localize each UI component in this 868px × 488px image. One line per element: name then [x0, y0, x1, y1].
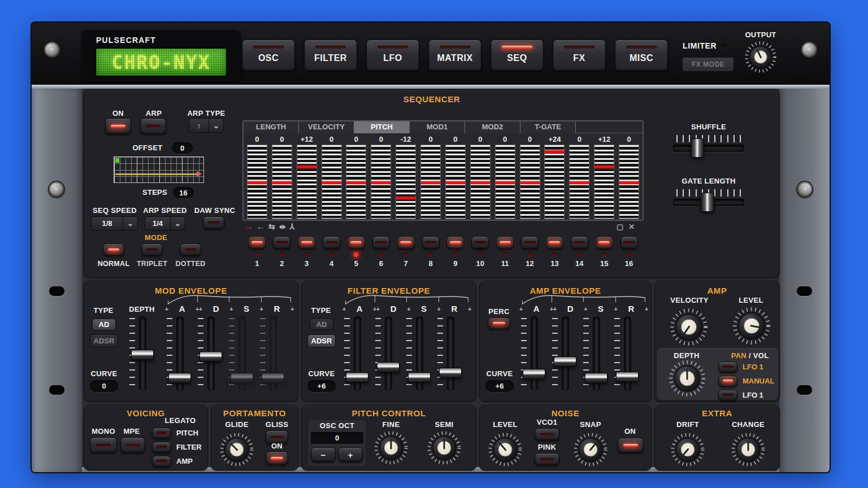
vco1-button[interactable]	[535, 428, 559, 441]
arp-type-select[interactable]: ↑ ⌄	[189, 118, 224, 133]
noise-on-button[interactable]	[618, 438, 644, 453]
pitch-column[interactable]	[495, 145, 515, 219]
tab-length[interactable]: LENGTH	[244, 121, 299, 133]
change-knob[interactable]	[730, 431, 767, 470]
offset-value[interactable]: 0	[172, 142, 193, 154]
noise-level-knob[interactable]	[487, 431, 524, 470]
slider-thumb[interactable]	[523, 369, 545, 379]
pitch-column[interactable]	[569, 145, 589, 219]
nav-button-fx[interactable]: FX	[553, 40, 606, 71]
arp-speed-select[interactable]: 1/4 ⌄	[145, 216, 185, 230]
nav-button-lfo[interactable]: LFO	[366, 40, 419, 71]
ping-pong-icon[interactable]: ⇆	[268, 223, 275, 230]
slider-thumb[interactable]	[131, 350, 154, 360]
filter-attack-slider[interactable]	[344, 316, 369, 391]
slider-thumb[interactable]	[168, 373, 191, 383]
type-adsr-button[interactable]: ADSR	[307, 334, 336, 347]
mono-button[interactable]	[90, 437, 117, 453]
type-ad-button[interactable]: AD	[310, 319, 333, 330]
amp-release-slider[interactable]	[614, 316, 639, 391]
slider-thumb[interactable]	[616, 372, 639, 382]
step-gate-button[interactable]	[596, 236, 613, 249]
type-adsr-button[interactable]: ADSR	[90, 334, 118, 347]
pitch-column[interactable]	[371, 145, 391, 219]
slider-thumb[interactable]	[439, 368, 462, 378]
pitch-column[interactable]	[470, 145, 491, 219]
filter-decay-slider[interactable]	[375, 316, 400, 391]
snap-knob[interactable]	[572, 431, 609, 470]
pitch-column[interactable]	[445, 145, 466, 219]
daw-sync-button[interactable]	[203, 216, 224, 229]
pitch-column[interactable]	[520, 145, 540, 219]
amp-decay-slider[interactable]	[552, 316, 577, 391]
pitch-column[interactable]	[619, 145, 639, 219]
level-knob[interactable]	[731, 305, 772, 349]
tab-mod1[interactable]: MOD1	[410, 121, 465, 133]
mpe-button[interactable]	[120, 437, 145, 453]
amp-sustain-slider[interactable]	[583, 316, 608, 391]
play-forward-icon[interactable]: →	[245, 223, 253, 230]
pitch-column[interactable]	[346, 145, 366, 219]
nav-button-misc[interactable]: MISC	[615, 40, 668, 71]
route-button[interactable]	[718, 361, 737, 373]
arp-button[interactable]	[140, 118, 166, 134]
play-reverse-icon[interactable]: ←	[257, 223, 264, 230]
step-gate-button[interactable]	[323, 236, 340, 249]
mode-normal-button[interactable]	[103, 243, 124, 256]
nav-button-matrix[interactable]: MATRIX	[428, 40, 481, 71]
legato-amp-button[interactable]	[152, 456, 171, 467]
mod-attack-slider[interactable]	[167, 316, 192, 391]
step-gate-button[interactable]	[446, 236, 464, 249]
random-icon[interactable]: ⅄	[289, 223, 294, 230]
glide-knob[interactable]	[218, 431, 255, 470]
step-gate-button[interactable]	[620, 236, 638, 249]
porta-on-button[interactable]	[266, 451, 288, 465]
step-gate-button[interactable]	[471, 236, 489, 249]
slider-thumb[interactable]	[262, 373, 284, 383]
step-gate-button[interactable]	[397, 236, 415, 249]
step-gate-button[interactable]	[571, 236, 588, 249]
pitch-column[interactable]	[297, 145, 317, 219]
mod-depth-slider[interactable]	[129, 316, 154, 391]
slider-thumb[interactable]	[408, 372, 431, 382]
drift-knob[interactable]	[669, 431, 706, 470]
curve-value[interactable]: +6	[485, 380, 514, 392]
mod-decay-slider[interactable]	[198, 316, 223, 391]
slider-thumb[interactable]	[554, 356, 576, 367]
seq-speed-select[interactable]: 1/8 ⌄	[91, 216, 138, 230]
step-gate-button[interactable]	[248, 236, 266, 249]
pitch-column[interactable]	[272, 145, 292, 219]
pan-depth-knob[interactable]	[667, 358, 708, 401]
mod-release-slider[interactable]	[260, 316, 285, 391]
type-ad-button[interactable]: AD	[92, 319, 116, 330]
slider-thumb[interactable]	[585, 373, 607, 383]
velocity-knob[interactable]	[668, 306, 710, 350]
legato-filter-button[interactable]	[152, 442, 171, 453]
step-gate-button[interactable]	[298, 236, 315, 249]
gate-length-slider[interactable]	[673, 199, 744, 206]
mod-sustain-slider[interactable]	[229, 316, 254, 391]
mode-triplet-button[interactable]	[141, 243, 163, 256]
shuffle-slider[interactable]	[673, 145, 744, 152]
step-gate-button[interactable]	[273, 236, 290, 249]
converge-icon[interactable]: ⇹	[279, 223, 286, 230]
semi-knob[interactable]	[426, 429, 463, 469]
steps-value[interactable]: 16	[173, 187, 194, 198]
fine-knob[interactable]	[372, 429, 410, 469]
slider-thumb[interactable]	[377, 362, 400, 372]
filter-release-slider[interactable]	[437, 316, 462, 391]
fx-mode-button[interactable]: FX MODE	[683, 58, 734, 71]
amp-attack-slider[interactable]	[521, 316, 546, 391]
tab-t-gate[interactable]: T-GATE	[520, 121, 576, 133]
output-knob[interactable]	[743, 40, 778, 77]
copy-icon[interactable]: ▢	[617, 223, 623, 231]
step-gate-button[interactable]	[546, 236, 563, 249]
tab-pitch[interactable]: PITCH	[354, 121, 410, 133]
curve-value[interactable]: +6	[307, 380, 336, 392]
slider-thumb[interactable]	[199, 351, 222, 361]
step-gate-button[interactable]	[422, 236, 440, 249]
slider-thumb[interactable]	[701, 193, 714, 212]
step-gate-button[interactable]	[348, 236, 365, 249]
mode-dotted-button[interactable]	[180, 243, 201, 256]
nav-button-filter[interactable]: FILTER	[304, 40, 357, 71]
